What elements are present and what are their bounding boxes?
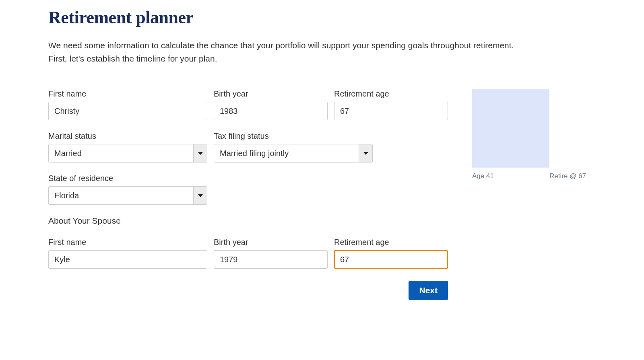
state-value: Florida <box>49 191 193 200</box>
retirement-age-input[interactable] <box>334 102 448 120</box>
row-spouse: First name Birth year Retirement age <box>48 238 448 269</box>
field-first-name: First name <box>48 89 207 120</box>
label-marital-status: Marital status <box>48 132 207 141</box>
marital-status-dropdown-button[interactable] <box>193 144 207 162</box>
birth-year-input[interactable] <box>214 102 328 120</box>
label-spouse-birth-year: Birth year <box>214 238 328 247</box>
timeline-age-label: Age 41 <box>472 172 494 180</box>
retirement-planner-page: Retirement planner We need some informat… <box>0 0 644 316</box>
tax-filing-select[interactable]: Married filing jointly <box>214 144 373 163</box>
form-column: First name Birth year Retirement age Mar… <box>48 89 448 300</box>
tax-filing-dropdown-button[interactable] <box>359 144 372 162</box>
caret-down-icon <box>198 194 203 197</box>
actions-row: Next <box>48 281 448 300</box>
next-button[interactable]: Next <box>409 281 448 300</box>
marital-status-value: Married <box>49 149 193 158</box>
field-spouse-retirement-age: Retirement age <box>334 238 448 269</box>
marital-status-select[interactable]: Married <box>48 144 207 163</box>
label-retirement-age: Retirement age <box>334 89 448 99</box>
timeline-retire-label: Retire @ 67 <box>549 172 586 180</box>
state-select[interactable]: Florida <box>48 186 207 205</box>
timeline-viz: Age 41 Retire @ 67 <box>472 89 629 170</box>
field-state: State of residence Florida <box>48 174 207 205</box>
row-personal: First name Birth year Retirement age <box>48 89 448 120</box>
timeline-band <box>472 89 549 168</box>
field-marital-status: Marital status Married <box>48 132 207 163</box>
row-status: Marital status Married Tax filing status… <box>48 132 448 163</box>
state-dropdown-button[interactable] <box>193 187 207 204</box>
row-state: State of residence Florida <box>48 174 448 205</box>
about-spouse-heading: About Your Spouse <box>48 216 448 226</box>
label-spouse-retirement-age: Retirement age <box>334 238 448 247</box>
timeline-axis <box>472 168 629 168</box>
label-spouse-first-name: First name <box>48 238 207 247</box>
label-birth-year: Birth year <box>214 89 328 99</box>
label-tax-filing: Tax filing status <box>214 132 373 141</box>
tax-filing-value: Married filing jointly <box>214 149 359 158</box>
spouse-first-name-input[interactable] <box>48 250 207 269</box>
caret-down-icon <box>198 152 203 155</box>
caret-down-icon <box>363 152 368 155</box>
field-tax-filing: Tax filing status Married filing jointly <box>214 132 373 163</box>
page-title: Retirement planner <box>48 7 596 28</box>
intro-text: We need some information to calculate th… <box>48 39 515 65</box>
content-row: First name Birth year Retirement age Mar… <box>48 89 596 300</box>
timeline-column: Age 41 Retire @ 67 <box>472 89 629 170</box>
label-state: State of residence <box>48 174 207 183</box>
field-retirement-age: Retirement age <box>334 89 448 120</box>
first-name-input[interactable] <box>48 102 207 120</box>
field-spouse-first-name: First name <box>48 238 207 269</box>
field-spouse-birth-year: Birth year <box>214 238 328 269</box>
label-first-name: First name <box>48 89 207 99</box>
spouse-birth-year-input[interactable] <box>214 250 328 269</box>
field-birth-year: Birth year <box>214 89 328 120</box>
spouse-retirement-age-input[interactable] <box>334 250 448 269</box>
